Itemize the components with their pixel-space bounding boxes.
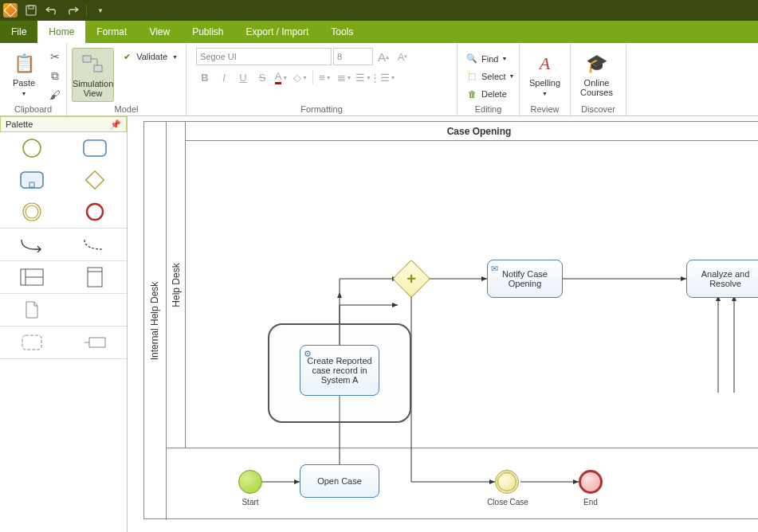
select-button[interactable]: ⬚Select▼: [462, 68, 518, 85]
group-formatting-label: Formatting: [191, 104, 452, 115]
menu-bar: File Home Format View Publish Export / I…: [0, 21, 758, 43]
spelling-icon: A: [532, 51, 558, 76]
palette-task[interactable]: [64, 132, 128, 164]
lane-label: Help Desk: [171, 263, 182, 307]
online-courses-button[interactable]: 🎓Online Courses: [575, 48, 618, 100]
palette-sequence-flow[interactable]: [0, 229, 64, 260]
phase-header[interactable]: Case Opening: [186, 122, 758, 141]
strike-icon[interactable]: S: [253, 68, 271, 86]
palette-subprocess[interactable]: [0, 164, 64, 196]
validate-button[interactable]: ✔ Validate ▼: [117, 48, 181, 65]
task-analyze[interactable]: Analyze and Resolve: [686, 260, 758, 298]
group-discover-label: Discover: [575, 104, 621, 115]
menu-home[interactable]: Home: [37, 21, 85, 43]
parallel-gateway[interactable]: +: [398, 265, 425, 292]
task-create-record[interactable]: ⚙Create Reported case record in System A: [300, 345, 379, 396]
redo-icon[interactable]: [65, 3, 80, 18]
palette-group[interactable]: [0, 327, 64, 358]
svg-rect-8: [86, 171, 104, 190]
align-left-icon[interactable]: ≡▼: [316, 68, 334, 86]
lane[interactable]: Help Desk: [167, 122, 758, 448]
fill-color-icon[interactable]: ◇▼: [292, 68, 309, 86]
palette-end-event[interactable]: [64, 196, 128, 228]
task-open-case[interactable]: Open Case: [300, 464, 379, 498]
delete-label: Delete: [481, 89, 507, 99]
cut-icon[interactable]: ✂: [46, 48, 64, 65]
palette-association[interactable]: [64, 229, 128, 260]
delete-button[interactable]: 🗑Delete: [462, 85, 510, 103]
lane-header[interactable]: Help Desk: [167, 122, 186, 448]
save-icon[interactable]: [24, 3, 38, 18]
spelling-button[interactable]: ASpelling▼: [524, 48, 565, 100]
pin-icon[interactable]: 📌: [110, 119, 121, 130]
pool[interactable]: Internal Help Desk Help Desk Case Openin…: [143, 121, 758, 519]
menu-export[interactable]: Export / Import: [235, 21, 320, 43]
task-create-record-label: Create Reported case record in System A: [304, 356, 375, 385]
menu-format[interactable]: Format: [85, 21, 138, 43]
italic-icon[interactable]: I: [215, 68, 233, 86]
undo-icon[interactable]: [45, 3, 59, 18]
svg-point-4: [23, 139, 41, 157]
end-label: End: [575, 498, 607, 507]
paste-button[interactable]: 📋 Paste▼: [5, 48, 43, 100]
palette-header: Palette 📌: [0, 116, 127, 132]
font-color-icon[interactable]: A▼: [273, 68, 290, 86]
palette-start-event[interactable]: [0, 132, 64, 164]
courses-icon: 🎓: [583, 51, 609, 76]
group-clipboard-label: Clipboard: [5, 104, 61, 115]
palette-pool[interactable]: [0, 261, 64, 293]
workspace: Palette 📌: [0, 116, 758, 532]
svg-rect-15: [88, 268, 102, 287]
separator: [86, 5, 87, 16]
palette-data-object[interactable]: [0, 294, 64, 326]
group-model-label: Model: [72, 104, 181, 115]
task-open-case-label: Open Case: [317, 476, 362, 486]
numbering-icon[interactable]: ⋮☰▼: [374, 68, 391, 86]
plus-icon: +: [398, 265, 425, 292]
app-logo-icon: [3, 3, 18, 18]
find-icon: 🔍: [465, 53, 478, 64]
svg-rect-0: [26, 6, 36, 15]
end-event[interactable]: [579, 470, 603, 494]
find-button[interactable]: 🔍Find▼: [462, 50, 510, 68]
service-task-icon: ⚙: [304, 349, 312, 359]
align-middle-icon[interactable]: ≣▼: [336, 68, 353, 86]
palette-annotation[interactable]: [64, 327, 128, 358]
pool-header[interactable]: Internal Help Desk: [144, 122, 167, 520]
menu-file[interactable]: File: [0, 21, 37, 43]
qat-dropdown-icon[interactable]: ▼: [93, 3, 108, 18]
palette-gateway[interactable]: [64, 164, 128, 196]
format-painter-icon[interactable]: 🖌: [46, 86, 64, 104]
font-name-input[interactable]: [196, 48, 332, 65]
palette-empty-1: [64, 294, 128, 326]
palette-lane[interactable]: [64, 261, 128, 293]
task-notify-label: Notify Case Opening: [491, 269, 559, 288]
phase-label: Case Opening: [447, 126, 512, 137]
palette-intermediate-event[interactable]: [0, 196, 64, 228]
bold-icon[interactable]: B: [196, 68, 214, 86]
start-event[interactable]: [238, 470, 262, 494]
menu-view[interactable]: View: [138, 21, 181, 43]
palette-title: Palette: [6, 119, 33, 129]
svg-rect-17: [22, 335, 41, 350]
menu-publish[interactable]: Publish: [181, 21, 234, 43]
validate-icon: ✔: [120, 52, 133, 62]
svg-rect-2: [83, 56, 91, 62]
svg-point-11: [87, 204, 103, 220]
copy-icon[interactable]: ⧉: [46, 67, 64, 84]
shrink-font-icon[interactable]: A▾: [394, 48, 411, 65]
underline-icon[interactable]: U: [234, 68, 252, 86]
menu-tools[interactable]: Tools: [320, 21, 364, 43]
paste-label: Paste: [13, 78, 35, 88]
grow-font-icon[interactable]: A▴: [375, 48, 392, 65]
font-size-input[interactable]: [333, 48, 373, 65]
simulation-view-button[interactable]: Simulation View: [72, 48, 114, 102]
intermediate-event[interactable]: [495, 470, 519, 494]
svg-point-10: [26, 205, 38, 218]
paste-icon: 📋: [11, 51, 37, 76]
svg-rect-3: [94, 65, 102, 72]
svg-rect-6: [21, 172, 43, 188]
select-label: Select: [481, 72, 506, 81]
task-notify[interactable]: ✉Notify Case Opening: [487, 260, 563, 298]
canvas[interactable]: Internal Help Desk Help Desk Case Openin…: [128, 116, 758, 532]
